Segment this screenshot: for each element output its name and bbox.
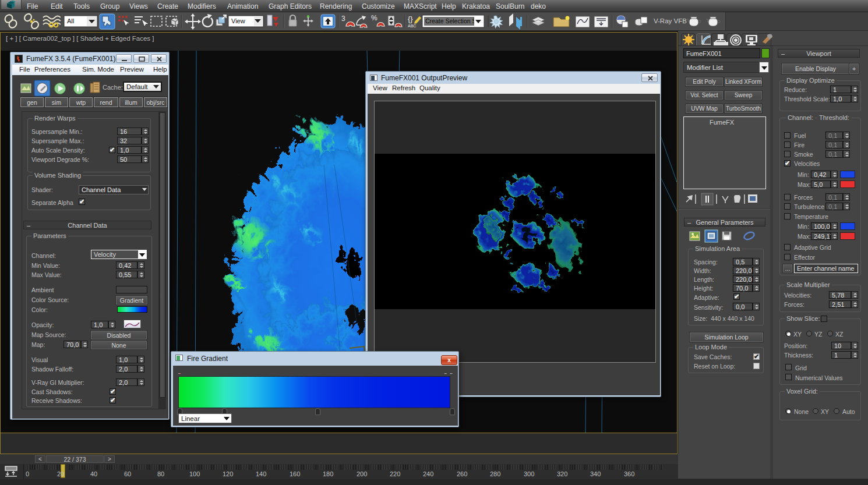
- svg-text:All: All: [67, 17, 74, 24]
- svg-text:ABC: ABC: [408, 24, 416, 28]
- svg-text:V-Ray VFB: V-Ray VFB: [654, 17, 687, 24]
- svg-text:3: 3: [341, 15, 345, 23]
- svg-text:%: %: [371, 14, 377, 22]
- svg-text:{}: {}: [408, 15, 413, 23]
- svg-text:Create Selection Se: Create Selection Se: [425, 17, 480, 24]
- svg-text:View: View: [231, 17, 245, 24]
